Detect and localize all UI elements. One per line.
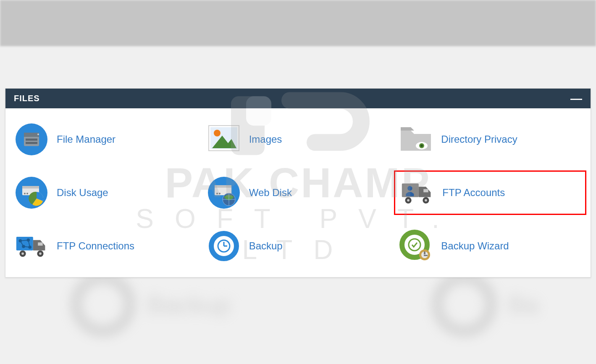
svg-point-7 bbox=[37, 134, 39, 135]
files-panel-header: FILES — bbox=[5, 89, 591, 108]
svg-rect-17 bbox=[22, 186, 39, 189]
backup-wizard-icon bbox=[399, 229, 433, 263]
item-file-manager[interactable]: File Manager bbox=[10, 120, 202, 159]
ghost-backup-wizard-icon bbox=[433, 273, 496, 336]
files-panel-body: File Manager Images bbox=[5, 108, 591, 277]
svg-point-48 bbox=[39, 252, 42, 255]
svg-point-19 bbox=[26, 193, 28, 194]
item-images[interactable]: Images bbox=[202, 120, 394, 159]
item-label: Backup Wizard bbox=[441, 240, 509, 252]
file-manager-icon bbox=[15, 123, 48, 156]
item-label: Images bbox=[249, 134, 282, 145]
svg-rect-30 bbox=[424, 189, 428, 192]
disk-usage-icon bbox=[15, 176, 48, 209]
item-label: Disk Usage bbox=[57, 187, 108, 199]
ghost-backup-wizard: Ba bbox=[433, 273, 539, 336]
svg-rect-23 bbox=[215, 185, 231, 188]
item-label: Directory Privacy bbox=[441, 134, 517, 145]
page-top-header bbox=[0, 0, 596, 46]
svg-point-24 bbox=[216, 193, 218, 194]
ftp-connections-icon bbox=[15, 229, 48, 263]
item-label: File Manager bbox=[57, 134, 116, 145]
svg-rect-6 bbox=[26, 142, 37, 144]
svg-point-34 bbox=[425, 199, 427, 202]
collapse-button[interactable]: — bbox=[570, 96, 582, 102]
item-ftp-connections[interactable]: FTP Connections bbox=[10, 227, 202, 265]
ghost-backup-icon bbox=[71, 273, 134, 336]
svg-rect-44 bbox=[38, 242, 42, 246]
item-label: Web Disk bbox=[249, 187, 292, 199]
svg-point-56 bbox=[409, 239, 420, 251]
item-label: FTP Accounts bbox=[442, 187, 505, 199]
directory-privacy-icon bbox=[399, 123, 433, 156]
svg-rect-59 bbox=[424, 251, 425, 254]
panel-title: FILES bbox=[14, 94, 40, 103]
ghost-backup-wizard-label: Ba bbox=[508, 290, 539, 319]
svg-point-46 bbox=[21, 252, 24, 255]
item-disk-usage[interactable]: Disk Usage bbox=[10, 170, 202, 215]
item-ftp-accounts[interactable]: FTP Accounts bbox=[394, 170, 586, 215]
svg-point-14 bbox=[420, 144, 423, 147]
images-icon bbox=[207, 123, 241, 156]
item-label: Backup bbox=[249, 240, 283, 252]
item-label: FTP Connections bbox=[57, 240, 134, 252]
web-disk-icon bbox=[207, 176, 241, 209]
svg-rect-4 bbox=[24, 133, 39, 137]
svg-rect-60 bbox=[424, 255, 428, 256]
svg-point-25 bbox=[219, 193, 221, 194]
svg-rect-5 bbox=[26, 139, 37, 141]
svg-point-32 bbox=[407, 199, 410, 202]
ghost-backup: Backup bbox=[71, 273, 231, 336]
item-backup[interactable]: Backup bbox=[202, 227, 394, 265]
svg-point-29 bbox=[407, 186, 412, 191]
backup-icon bbox=[207, 229, 241, 263]
item-backup-wizard[interactable]: Backup Wizard bbox=[394, 227, 586, 265]
svg-point-10 bbox=[214, 130, 221, 136]
files-panel: FILES — File Manager bbox=[5, 88, 591, 278]
item-web-disk[interactable]: Web Disk bbox=[202, 170, 394, 215]
ghost-backup-label: Backup bbox=[147, 290, 231, 319]
svg-point-18 bbox=[24, 193, 26, 194]
item-directory-privacy[interactable]: Directory Privacy bbox=[394, 120, 586, 159]
ftp-accounts-icon bbox=[400, 176, 434, 209]
